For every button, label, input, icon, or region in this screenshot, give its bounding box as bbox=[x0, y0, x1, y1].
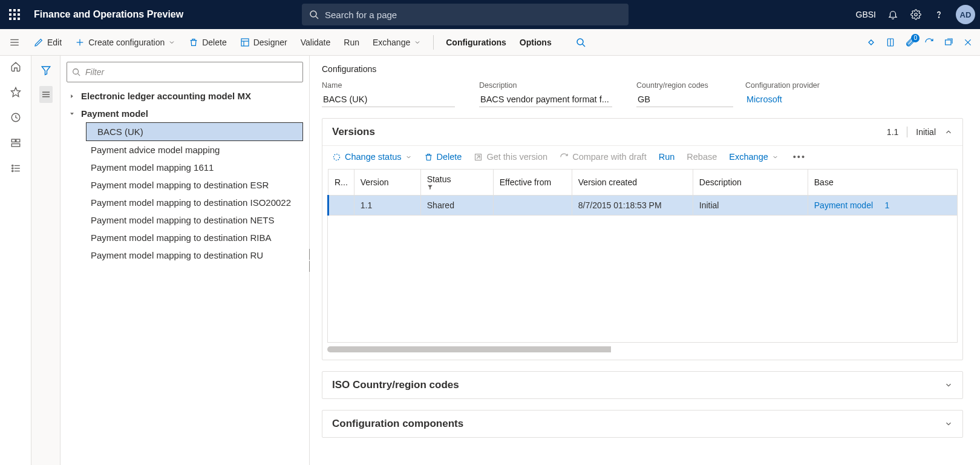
svg-point-28 bbox=[11, 170, 13, 171]
create-configuration-button[interactable]: Create configuration bbox=[74, 35, 177, 50]
tree-item[interactable]: Payment advice model mapping bbox=[67, 141, 303, 159]
global-search-input[interactable] bbox=[325, 10, 621, 20]
iso-codes-header[interactable]: ISO Country/region codes bbox=[322, 372, 962, 398]
popout-icon[interactable] bbox=[944, 38, 953, 47]
chevron-down-icon bbox=[414, 39, 421, 46]
svg-point-34 bbox=[73, 69, 79, 74]
header-right: GBSI AD bbox=[856, 5, 975, 24]
designer-button[interactable]: Designer bbox=[239, 35, 289, 50]
tree-item[interactable]: Payment model mapping 1611 bbox=[67, 159, 303, 176]
delete-button[interactable]: Delete bbox=[188, 35, 227, 50]
col-description[interactable]: Description bbox=[693, 170, 808, 196]
tree-item[interactable]: Payment model mapping to destination NET… bbox=[67, 211, 303, 229]
col-created[interactable]: Version created bbox=[572, 170, 693, 196]
filter-funnel-icon[interactable] bbox=[39, 62, 53, 79]
svg-point-0 bbox=[310, 11, 316, 17]
tree-item[interactable]: Payment model mapping to destination RIB… bbox=[67, 229, 303, 246]
change-status-button[interactable]: Change status bbox=[332, 152, 412, 162]
tree-filter[interactable] bbox=[67, 62, 303, 82]
table-row[interactable]: 1.1 Shared 8/7/2015 01:18:53 PM Initial … bbox=[328, 196, 958, 216]
versions-grid: R... Version Status Effective from Versi… bbox=[322, 169, 962, 360]
list-view-icon[interactable] bbox=[39, 86, 53, 103]
attachments-count: 0 bbox=[911, 34, 920, 42]
svg-line-35 bbox=[78, 74, 80, 76]
bell-icon[interactable] bbox=[887, 8, 899, 21]
horizontal-scrollbar[interactable] bbox=[327, 346, 958, 352]
version-exchange-button[interactable]: Exchange bbox=[729, 152, 779, 162]
exchange-button[interactable]: Exchange bbox=[371, 35, 422, 50]
options-tab[interactable]: Options bbox=[518, 35, 553, 50]
chevron-up-icon[interactable] bbox=[944, 128, 953, 136]
col-version[interactable]: Version bbox=[354, 170, 420, 196]
attachments-icon[interactable]: 0 bbox=[905, 38, 915, 47]
field-value[interactable]: GB bbox=[636, 92, 733, 107]
designer-icon bbox=[240, 38, 250, 47]
tree-item-label: BACS (UK) bbox=[97, 127, 143, 137]
tree-item[interactable]: Payment model mapping to destination ISO… bbox=[67, 194, 303, 211]
version-exchange-label: Exchange bbox=[729, 152, 768, 162]
svg-point-24 bbox=[11, 165, 13, 166]
hamburger-icon[interactable] bbox=[7, 37, 22, 48]
star-icon[interactable] bbox=[10, 86, 22, 98]
field-label: Configuration provider bbox=[745, 81, 836, 90]
svg-line-13 bbox=[583, 44, 585, 47]
field-value[interactable]: BACS (UK) bbox=[322, 92, 455, 107]
tree-filter-input[interactable] bbox=[85, 67, 298, 77]
toolbar-search-icon[interactable] bbox=[576, 38, 586, 47]
filter-funnel-icon[interactable] bbox=[427, 184, 487, 190]
chevron-right-icon[interactable] bbox=[69, 93, 76, 99]
cell-created: 8/7/2015 01:18:53 PM bbox=[572, 196, 693, 216]
version-run-button[interactable]: Run bbox=[659, 152, 675, 162]
gear-icon[interactable] bbox=[910, 8, 922, 21]
col-base[interactable]: Base bbox=[808, 170, 957, 196]
chevron-down-icon[interactable] bbox=[944, 381, 953, 389]
help-icon[interactable] bbox=[933, 8, 945, 21]
field-value-link[interactable]: Microsoft bbox=[745, 92, 842, 107]
tree-item[interactable]: Payment model mapping to destination ESR bbox=[67, 176, 303, 194]
get-version-label: Get this version bbox=[486, 152, 547, 162]
field-description: Description BACS vendor payment format f… bbox=[479, 81, 612, 107]
link-icon[interactable] bbox=[866, 38, 876, 47]
base-link[interactable]: Payment model bbox=[814, 200, 873, 210]
configurations-tab[interactable]: Configurations bbox=[445, 35, 508, 50]
modules-icon[interactable] bbox=[10, 162, 22, 174]
chevron-down-icon[interactable] bbox=[69, 111, 76, 117]
refresh-icon[interactable] bbox=[924, 38, 934, 47]
more-icon[interactable]: ••• bbox=[793, 152, 806, 162]
col-effective[interactable]: Effective from bbox=[493, 170, 572, 196]
components-header[interactable]: Configuration components bbox=[322, 411, 962, 437]
field-label: Country/region codes bbox=[636, 81, 721, 90]
cell-description: Initial bbox=[693, 196, 808, 216]
docs-icon[interactable] bbox=[886, 38, 895, 47]
version-delete-button[interactable]: Delete bbox=[424, 152, 462, 162]
clock-icon[interactable] bbox=[10, 111, 22, 124]
delete-label: Delete bbox=[202, 38, 226, 47]
col-r[interactable]: R... bbox=[328, 170, 354, 196]
tree-item[interactable]: Payment model bbox=[67, 105, 303, 122]
tree-item-selected[interactable]: BACS (UK) bbox=[86, 122, 303, 141]
grid-empty-space bbox=[327, 216, 958, 343]
home-icon[interactable] bbox=[10, 61, 22, 73]
tree-item[interactable]: Payment model mapping to destination RU bbox=[67, 246, 303, 264]
field-label: Description bbox=[479, 81, 612, 90]
run-button[interactable]: Run bbox=[342, 35, 361, 50]
base-number[interactable]: 1 bbox=[885, 200, 890, 210]
workspace-icon[interactable] bbox=[10, 137, 22, 149]
versions-header[interactable]: Versions 1.1 Initial bbox=[322, 119, 962, 145]
col-status[interactable]: Status bbox=[420, 170, 493, 196]
header-fields: Name BACS (UK) Description BACS vendor p… bbox=[322, 81, 963, 107]
svg-marker-19 bbox=[11, 88, 20, 97]
field-value[interactable]: BACS vendor payment format f... bbox=[479, 92, 612, 107]
resize-handle[interactable] bbox=[307, 248, 312, 272]
user-avatar[interactable]: AD bbox=[956, 5, 975, 24]
close-icon[interactable] bbox=[963, 38, 973, 47]
tree-item[interactable]: Electronic ledger accounting model MX bbox=[67, 87, 303, 105]
edit-button[interactable]: Edit bbox=[33, 35, 63, 50]
chevron-down-icon[interactable] bbox=[944, 420, 953, 428]
validate-button[interactable]: Validate bbox=[299, 35, 332, 50]
app-title: Finance and Operations Preview bbox=[34, 9, 183, 20]
waffle-icon[interactable] bbox=[5, 5, 24, 24]
company-code[interactable]: GBSI bbox=[856, 10, 876, 19]
global-search[interactable] bbox=[302, 4, 629, 25]
versions-summary: 1.1 Initial bbox=[887, 127, 953, 137]
